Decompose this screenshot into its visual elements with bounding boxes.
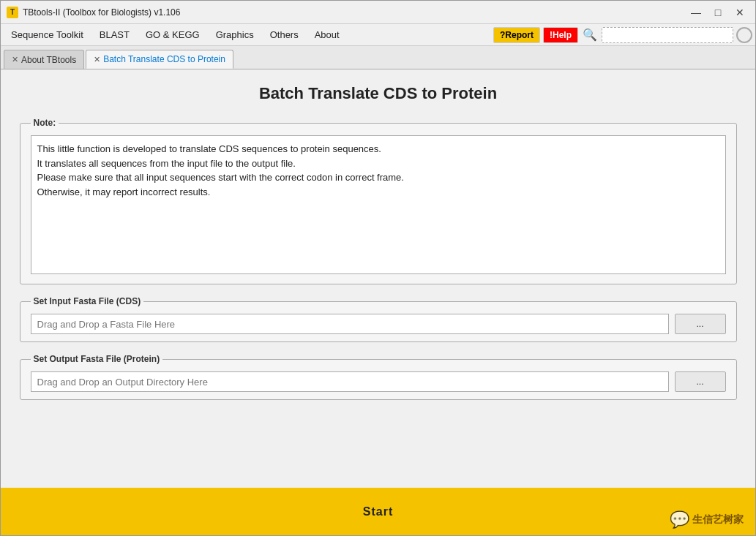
report-button[interactable]: ?Report (493, 27, 540, 43)
tab-label-batch: Batch Translate CDS to Protein (103, 54, 225, 64)
tab-about-tbtools[interactable]: ✕ About TBtools (4, 50, 84, 69)
maximize-button[interactable]: □ (708, 5, 727, 20)
menu-go-kegg[interactable]: GO & KEGG (138, 26, 207, 43)
main-content: Batch Translate CDS to Protein Note: Set… (1, 69, 755, 488)
start-button[interactable]: Start (363, 505, 393, 518)
wechat-icon: 💬 (670, 510, 689, 529)
input-file-fieldset: Set Input Fasta File (CDS) ... (20, 296, 737, 342)
minimize-button[interactable]: — (686, 5, 706, 20)
menu-bar: Sequence Toolkit BLAST GO & KEGG Graphic… (1, 24, 755, 46)
menu-blast[interactable]: BLAST (92, 26, 137, 43)
output-file-field[interactable] (31, 371, 669, 392)
app-icon: T (7, 7, 18, 18)
menu-about[interactable]: About (307, 26, 347, 43)
menu-others[interactable]: Others (263, 26, 306, 43)
close-button[interactable]: ✕ (730, 5, 749, 20)
title-bar: T TBtools-II (Toolbox for Biologists) v1… (1, 1, 755, 24)
menu-graphics[interactable]: Graphics (209, 26, 261, 43)
output-file-fieldset: Set Output Fasta File (Protein) ... (20, 354, 737, 400)
window-controls: — □ ✕ (686, 5, 749, 20)
brand-text: 生信艺树家 (692, 513, 744, 526)
bottom-bar: Start 💬 生信艺树家 (1, 488, 755, 535)
output-browse-button[interactable]: ... (675, 371, 726, 392)
tab-close-icon-batch[interactable]: ✕ (94, 55, 100, 64)
input-file-row: ... (31, 314, 726, 334)
input-file-field[interactable] (31, 314, 669, 334)
input-file-legend: Set Input Fasta File (CDS) (31, 296, 144, 306)
app-title: TBtools-II (Toolbox for Biologists) v1.1… (23, 7, 686, 18)
page-title: Batch Translate CDS to Protein (259, 84, 497, 103)
output-file-legend: Set Output Fasta File (Protein) (31, 354, 163, 364)
tab-label-about: About TBtools (21, 55, 76, 65)
note-legend: Note: (31, 118, 59, 128)
note-textarea[interactable] (31, 135, 726, 274)
note-fieldset: Note: (20, 118, 737, 284)
help-button[interactable]: !Help (543, 27, 578, 43)
search-input[interactable] (602, 27, 733, 43)
tab-close-icon-about[interactable]: ✕ (12, 55, 18, 64)
input-browse-button[interactable]: ... (675, 314, 726, 334)
output-file-row: ... (31, 371, 726, 392)
tab-bar: ✕ About TBtools ✕ Batch Translate CDS to… (1, 46, 755, 69)
menu-sequence-toolkit[interactable]: Sequence Toolkit (4, 26, 91, 43)
watermark: 💬 生信艺树家 (670, 510, 744, 529)
search-circle-icon (736, 27, 752, 43)
tab-batch-translate[interactable]: ✕ Batch Translate CDS to Protein (86, 50, 233, 69)
search-icon-button[interactable]: 🔍 (583, 28, 597, 42)
